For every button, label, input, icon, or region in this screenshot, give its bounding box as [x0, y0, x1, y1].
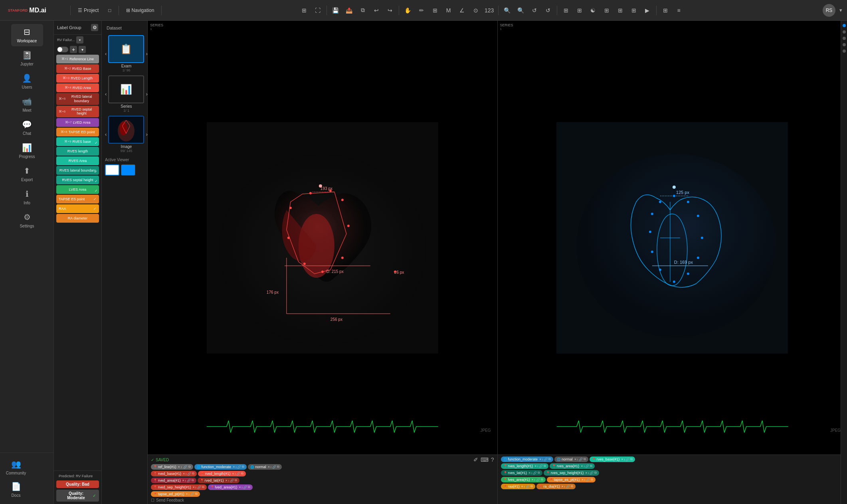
label-rved-base[interactable]: ⌘+2 RVED Base: [56, 64, 99, 73]
tag-tapse-es-r1[interactable]: 📍 tapse_es_pt(#1) × i 🔗 ⧉: [547, 477, 596, 482]
tag-copy-btn[interactable]: ⧉: [591, 478, 593, 482]
label-ref-line[interactable]: ⌘+1 Reference Line: [56, 55, 99, 63]
tag-info-btn[interactable]: i: [196, 486, 196, 489]
tag-rved-length-1[interactable]: 📍 rved_length(#1) × i 🔗 ⧉: [198, 471, 246, 476]
tag-link-btn[interactable]: 🔗: [566, 485, 570, 488]
tag-close-btn[interactable]: ×: [582, 478, 584, 482]
tag-close-btn[interactable]: ×: [528, 471, 530, 475]
draw-button[interactable]: ✏: [415, 4, 428, 17]
quality-moderate-button[interactable]: Quality: Moderate ✓: [56, 490, 99, 502]
pan-button[interactable]: ✋: [402, 4, 414, 17]
tag-info-btn[interactable]: i: [235, 465, 236, 469]
tag-link-btn[interactable]: 🔗: [625, 458, 629, 461]
colormap-button[interactable]: ☯: [587, 4, 600, 17]
tag-info-btn[interactable]: i: [584, 464, 584, 468]
measure-button[interactable]: M: [442, 4, 455, 17]
label-ra-diameter[interactable]: RA diameter: [56, 214, 99, 223]
tag-link-btn[interactable]: 🔗: [236, 472, 240, 476]
tag-normal-r1[interactable]: 🌐 normal × i 🔗 ⧉: [554, 457, 588, 462]
label-tapse-es[interactable]: TAPSE ES point ✓: [56, 195, 99, 204]
tag-rved-base-1[interactable]: 📍 rved_base(#1) × i 🔗 ⧉: [151, 471, 197, 476]
tag-copy-btn[interactable]: ⧉: [235, 478, 237, 482]
tag-link-btn[interactable]: 🔗: [526, 485, 530, 488]
avatar-chevron[interactable]: ▾: [838, 6, 844, 15]
tag-link-btn[interactable]: 🔗: [539, 464, 543, 468]
left-viewer[interactable]: SERIES 1: [148, 21, 498, 455]
tag-close-btn[interactable]: ×: [233, 465, 235, 469]
tag-info-btn[interactable]: i: [564, 485, 565, 488]
tag-link-btn[interactable]: 🔗: [187, 472, 191, 476]
layout-grid-button[interactable]: ⊞: [298, 4, 311, 17]
tag-link-btn[interactable]: 🔗: [533, 471, 537, 475]
sidebar-item-info[interactable]: ℹ Info: [11, 186, 43, 208]
tag-rves-sep-height-r1[interactable]: 📍 rves_sep_height(#1) × i 🔗 ⧉: [544, 470, 599, 476]
rv-chevron-button[interactable]: ▾: [76, 36, 83, 43]
tag-close-btn[interactable]: ×: [186, 492, 188, 496]
tag-info-btn[interactable]: i: [537, 464, 538, 468]
tag-close-btn[interactable]: ×: [193, 485, 195, 489]
tag-info-btn[interactable]: i: [624, 458, 625, 461]
histogram-button[interactable]: ⊞: [600, 4, 613, 17]
tag-info-btn[interactable]: i: [181, 465, 182, 469]
viewer-thumb-right[interactable]: [121, 164, 135, 176]
grid-view-button[interactable]: ⊞: [429, 4, 441, 17]
layers-button[interactable]: ≡: [673, 4, 685, 17]
undo-button[interactable]: ↩: [370, 4, 383, 17]
more-options-button[interactable]: ▾: [79, 46, 86, 53]
tag-link-btn[interactable]: 🔗: [190, 492, 194, 496]
tag-close-btn[interactable]: ×: [239, 485, 241, 489]
zoom-in-button[interactable]: 🔍: [501, 4, 514, 17]
redo-button[interactable]: ↪: [384, 4, 396, 17]
copy-button[interactable]: ⧉: [356, 4, 369, 17]
reset-button[interactable]: ↺: [528, 4, 541, 17]
scroll-dot-4[interactable]: [843, 43, 846, 46]
tag-close-btn[interactable]: ×: [534, 464, 536, 468]
tag-info-btn[interactable]: i: [235, 472, 235, 476]
sidebar-item-community[interactable]: 👥 Community: [0, 456, 32, 478]
tag-close-btn[interactable]: ×: [621, 457, 623, 461]
tag-raa-r1[interactable]: 📍 raa(#1) × i 🔗 ⧉: [501, 484, 535, 489]
tag-close-btn[interactable]: ×: [182, 478, 184, 482]
zoom-out-button[interactable]: 🔍: [515, 4, 527, 17]
tag-close-btn[interactable]: ×: [268, 465, 270, 469]
sync-button[interactable]: ⊞: [659, 4, 672, 17]
tag-rved-area-1[interactable]: 📍 rved_area(#1) × i 🔗 ⧉: [151, 478, 196, 483]
tag-rves-lat-r1[interactable]: 📍 rves_lat(#1) × i 🔗 ⧉: [501, 470, 543, 476]
tag-link-btn[interactable]: 🔗: [187, 479, 191, 482]
scroll-dot-3[interactable]: [843, 37, 846, 40]
label-rves-sep[interactable]: RVES septal height ✓: [56, 176, 99, 184]
label-raa[interactable]: RAA ✓: [56, 204, 99, 213]
label-rves-lat[interactable]: RVES lateral boundary ✓: [56, 166, 99, 175]
tag-link-btn[interactable]: 🔗: [183, 465, 187, 469]
tag-copy-btn[interactable]: ⧉: [541, 478, 543, 482]
exam-prev-button[interactable]: ‹: [105, 51, 107, 57]
navigation-button[interactable]: ⊞ Navigation: [122, 4, 158, 17]
tag-copy-btn[interactable]: ⧉: [192, 472, 194, 476]
help-button[interactable]: ?: [491, 457, 494, 463]
tag-rves-base-r1[interactable]: 📍 rves_base(#1) × i 🔗 ⧉: [590, 457, 635, 462]
sidebar-item-workspace[interactable]: ⊟ Workspace: [11, 24, 43, 46]
save-button[interactable]: 💾: [329, 4, 342, 17]
label-button[interactable]: 123: [483, 4, 496, 17]
tag-link-btn[interactable]: 🔗: [585, 464, 589, 468]
label-rved-area[interactable]: ⌘+4 RVED Area: [56, 83, 99, 92]
scroll-dot-1[interactable]: [843, 24, 846, 27]
annotation-button[interactable]: ✐: [473, 457, 478, 463]
tag-copy-btn[interactable]: ⧉: [538, 471, 540, 475]
tag-copy-btn[interactable]: ⧉: [590, 464, 592, 468]
tag-ra-dia-r1[interactable]: 📍 ra_dia(#1) × i 🔗 ⧉: [536, 484, 576, 489]
tag-normal-1[interactable]: 🌐 normal × i 🔗 ⧉: [248, 464, 282, 470]
overlay-button[interactable]: ⊞: [560, 4, 572, 17]
tag-link-btn[interactable]: 🔗: [243, 486, 247, 489]
tag-info-btn[interactable]: i: [531, 471, 532, 475]
tag-info-btn[interactable]: i: [228, 479, 229, 482]
add-label-button[interactable]: +: [70, 46, 77, 53]
tag-copy-btn[interactable]: ⧉: [584, 457, 586, 461]
sidebar-item-docs[interactable]: 📄 Docs: [0, 478, 32, 501]
tag-link-btn[interactable]: 🔗: [197, 486, 201, 489]
flip-button[interactable]: ↺: [542, 4, 554, 17]
tag-close-btn[interactable]: ×: [232, 472, 234, 476]
upload-button[interactable]: 📤: [343, 4, 356, 17]
label-rved-lat[interactable]: ⌘+5 RVED lateral boundary: [56, 93, 99, 105]
avatar[interactable]: RS: [823, 4, 835, 17]
